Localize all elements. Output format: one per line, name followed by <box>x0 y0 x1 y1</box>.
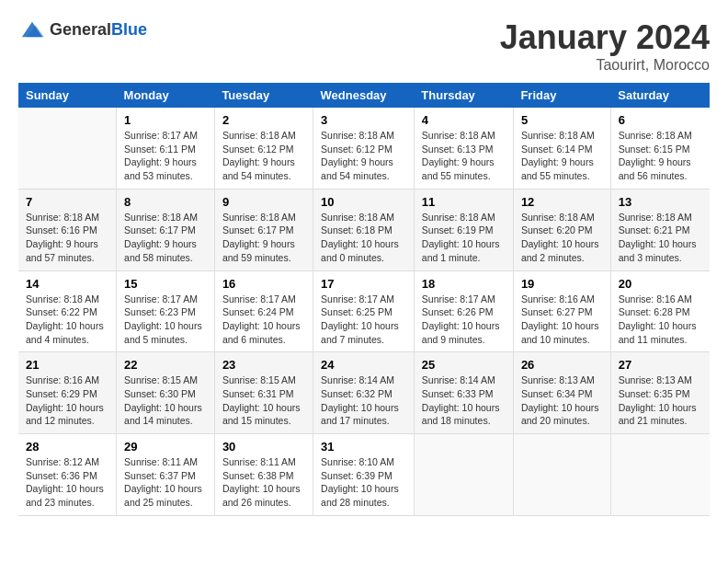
day-number: 7 <box>26 195 108 209</box>
day-info: Sunrise: 8:16 AMSunset: 6:29 PMDaylight:… <box>26 373 108 428</box>
day-number: 11 <box>422 195 506 209</box>
day-number: 22 <box>124 358 207 372</box>
column-header-friday: Friday <box>513 83 610 108</box>
day-number: 1 <box>124 113 207 127</box>
day-number: 3 <box>321 113 406 127</box>
month-title: January 2024 <box>500 18 710 57</box>
day-cell: 25Sunrise: 8:14 AMSunset: 6:33 PMDayligh… <box>414 352 513 434</box>
logo: GeneralBlue <box>18 18 147 40</box>
day-cell: 22Sunrise: 8:15 AMSunset: 6:30 PMDayligh… <box>117 352 215 434</box>
day-number: 12 <box>521 195 603 209</box>
day-number: 17 <box>321 277 406 291</box>
day-cell: 11Sunrise: 8:18 AMSunset: 6:19 PMDayligh… <box>414 189 513 270</box>
day-number: 28 <box>26 440 108 454</box>
day-number: 20 <box>619 277 702 291</box>
day-number: 10 <box>321 195 406 209</box>
day-number: 13 <box>619 195 702 209</box>
day-number: 18 <box>422 277 506 291</box>
day-number: 16 <box>222 277 305 291</box>
day-info: Sunrise: 8:18 AMSunset: 6:12 PMDaylight:… <box>222 129 305 183</box>
day-info: Sunrise: 8:15 AMSunset: 6:31 PMDaylight:… <box>222 373 305 428</box>
column-header-saturday: Saturday <box>610 83 710 108</box>
title-area: January 2024 Taourirt, Morocco <box>500 18 710 74</box>
column-header-thursday: Thursday <box>414 83 513 108</box>
day-number: 29 <box>124 440 207 454</box>
day-cell <box>18 108 117 189</box>
day-info: Sunrise: 8:18 AMSunset: 6:18 PMDaylight:… <box>321 211 406 265</box>
day-info: Sunrise: 8:18 AMSunset: 6:15 PMDaylight:… <box>619 129 702 183</box>
day-number: 21 <box>26 358 108 372</box>
day-cell: 9Sunrise: 8:18 AMSunset: 6:17 PMDaylight… <box>214 189 313 270</box>
day-cell: 23Sunrise: 8:15 AMSunset: 6:31 PMDayligh… <box>214 352 313 434</box>
day-number: 24 <box>321 358 406 372</box>
day-cell: 20Sunrise: 8:16 AMSunset: 6:28 PMDayligh… <box>610 270 710 352</box>
day-info: Sunrise: 8:18 AMSunset: 6:20 PMDaylight:… <box>521 211 603 265</box>
week-row-5: 28Sunrise: 8:12 AMSunset: 6:36 PMDayligh… <box>18 434 710 516</box>
day-info: Sunrise: 8:13 AMSunset: 6:34 PMDaylight:… <box>521 373 603 428</box>
header-row: SundayMondayTuesdayWednesdayThursdayFrid… <box>18 83 710 108</box>
day-number: 31 <box>321 440 406 454</box>
day-cell: 16Sunrise: 8:17 AMSunset: 6:24 PMDayligh… <box>214 270 313 352</box>
day-cell: 1Sunrise: 8:17 AMSunset: 6:11 PMDaylight… <box>117 108 215 189</box>
day-info: Sunrise: 8:17 AMSunset: 6:23 PMDaylight:… <box>124 293 207 347</box>
day-number: 14 <box>26 277 108 291</box>
day-cell: 5Sunrise: 8:18 AMSunset: 6:14 PMDaylight… <box>513 108 610 189</box>
day-cell <box>610 434 710 516</box>
day-cell <box>513 434 610 516</box>
day-info: Sunrise: 8:18 AMSunset: 6:13 PMDaylight:… <box>422 129 506 183</box>
day-cell: 17Sunrise: 8:17 AMSunset: 6:25 PMDayligh… <box>313 270 415 352</box>
day-cell: 28Sunrise: 8:12 AMSunset: 6:36 PMDayligh… <box>18 434 117 516</box>
week-row-2: 7Sunrise: 8:18 AMSunset: 6:16 PMDaylight… <box>18 189 710 270</box>
day-cell: 13Sunrise: 8:18 AMSunset: 6:21 PMDayligh… <box>610 189 710 270</box>
day-cell <box>414 434 513 516</box>
day-info: Sunrise: 8:10 AMSunset: 6:39 PMDaylight:… <box>321 455 406 510</box>
day-cell: 30Sunrise: 8:11 AMSunset: 6:38 PMDayligh… <box>214 434 313 516</box>
day-cell: 4Sunrise: 8:18 AMSunset: 6:13 PMDaylight… <box>414 108 513 189</box>
day-cell: 14Sunrise: 8:18 AMSunset: 6:22 PMDayligh… <box>18 270 117 352</box>
day-info: Sunrise: 8:11 AMSunset: 6:37 PMDaylight:… <box>124 455 207 510</box>
week-row-4: 21Sunrise: 8:16 AMSunset: 6:29 PMDayligh… <box>18 352 710 434</box>
day-number: 25 <box>422 358 506 372</box>
day-cell: 12Sunrise: 8:18 AMSunset: 6:20 PMDayligh… <box>513 189 610 270</box>
week-row-1: 1Sunrise: 8:17 AMSunset: 6:11 PMDaylight… <box>18 108 710 189</box>
day-info: Sunrise: 8:15 AMSunset: 6:30 PMDaylight:… <box>124 373 207 428</box>
day-info: Sunrise: 8:17 AMSunset: 6:26 PMDaylight:… <box>422 293 506 347</box>
day-number: 26 <box>521 358 603 372</box>
day-info: Sunrise: 8:18 AMSunset: 6:21 PMDaylight:… <box>619 211 702 265</box>
day-info: Sunrise: 8:16 AMSunset: 6:27 PMDaylight:… <box>521 293 603 347</box>
day-info: Sunrise: 8:11 AMSunset: 6:38 PMDaylight:… <box>222 455 305 510</box>
day-number: 2 <box>222 113 305 127</box>
day-number: 5 <box>521 113 603 127</box>
day-cell: 24Sunrise: 8:14 AMSunset: 6:32 PMDayligh… <box>313 352 415 434</box>
day-cell: 18Sunrise: 8:17 AMSunset: 6:26 PMDayligh… <box>414 270 513 352</box>
day-info: Sunrise: 8:14 AMSunset: 6:33 PMDaylight:… <box>422 373 506 428</box>
day-info: Sunrise: 8:18 AMSunset: 6:17 PMDaylight:… <box>124 211 207 265</box>
day-info: Sunrise: 8:18 AMSunset: 6:12 PMDaylight:… <box>321 129 406 183</box>
day-cell: 26Sunrise: 8:13 AMSunset: 6:34 PMDayligh… <box>513 352 610 434</box>
column-header-tuesday: Tuesday <box>214 83 313 108</box>
logo-text: GeneralBlue <box>50 20 147 40</box>
day-info: Sunrise: 8:16 AMSunset: 6:28 PMDaylight:… <box>619 293 702 347</box>
day-cell: 3Sunrise: 8:18 AMSunset: 6:12 PMDaylight… <box>313 108 415 189</box>
day-number: 27 <box>619 358 702 372</box>
day-info: Sunrise: 8:18 AMSunset: 6:17 PMDaylight:… <box>222 211 305 265</box>
day-cell: 27Sunrise: 8:13 AMSunset: 6:35 PMDayligh… <box>610 352 710 434</box>
day-cell: 21Sunrise: 8:16 AMSunset: 6:29 PMDayligh… <box>18 352 117 434</box>
day-number: 19 <box>521 277 603 291</box>
day-cell: 31Sunrise: 8:10 AMSunset: 6:39 PMDayligh… <box>313 434 415 516</box>
day-info: Sunrise: 8:18 AMSunset: 6:22 PMDaylight:… <box>26 293 108 347</box>
day-number: 8 <box>124 195 207 209</box>
page-header: GeneralBlue January 2024 Taourirt, Moroc… <box>18 18 710 74</box>
day-info: Sunrise: 8:18 AMSunset: 6:19 PMDaylight:… <box>422 211 506 265</box>
day-info: Sunrise: 8:17 AMSunset: 6:24 PMDaylight:… <box>222 293 305 347</box>
day-cell: 6Sunrise: 8:18 AMSunset: 6:15 PMDaylight… <box>610 108 710 189</box>
column-header-monday: Monday <box>117 83 215 108</box>
day-number: 23 <box>222 358 305 372</box>
day-number: 4 <box>422 113 506 127</box>
day-cell: 2Sunrise: 8:18 AMSunset: 6:12 PMDaylight… <box>214 108 313 189</box>
day-info: Sunrise: 8:18 AMSunset: 6:14 PMDaylight:… <box>521 129 603 183</box>
calendar-table: SundayMondayTuesdayWednesdayThursdayFrid… <box>18 83 710 516</box>
day-cell: 29Sunrise: 8:11 AMSunset: 6:37 PMDayligh… <box>117 434 215 516</box>
day-info: Sunrise: 8:17 AMSunset: 6:25 PMDaylight:… <box>321 293 406 347</box>
day-number: 15 <box>124 277 207 291</box>
